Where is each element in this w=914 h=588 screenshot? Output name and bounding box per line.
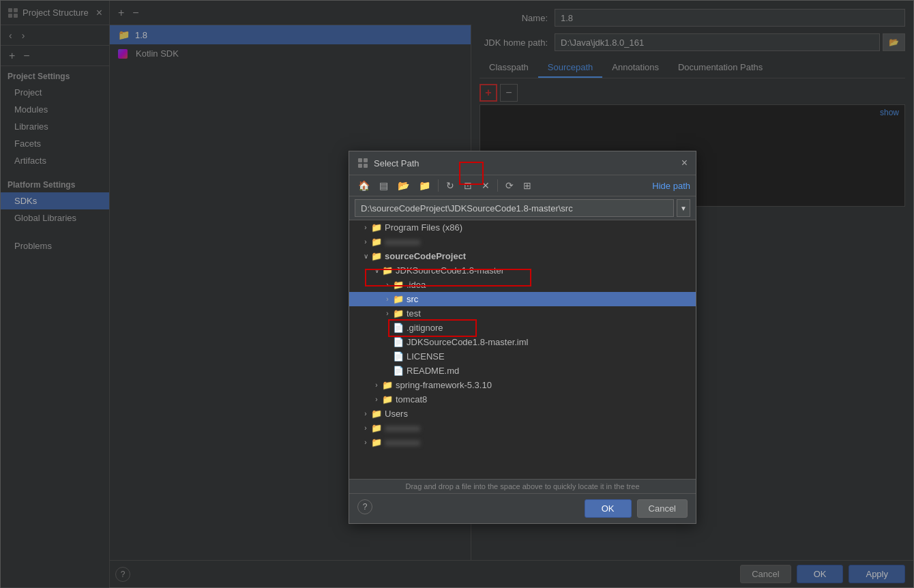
list-view-button[interactable]: ▤	[376, 178, 392, 193]
tree-item-7[interactable]: 📄.gitignore	[349, 321, 696, 335]
dialog-icon	[357, 158, 368, 168]
svg-rect-6	[358, 164, 362, 168]
tree-toggle-12[interactable]: ›	[371, 396, 382, 403]
main-window: Project Structure × ‹ › + − Project Sett…	[0, 0, 914, 588]
dialog-cancel-button[interactable]: Cancel	[637, 499, 688, 518]
tree-icon-13: 📁	[371, 409, 382, 419]
tree-item-0[interactable]: ›📁Program Files (x86)	[349, 220, 696, 235]
tree-item-3[interactable]: ∨📁JDKSourceCode1.8-master	[349, 263, 696, 278]
refresh-button[interactable]: ↻	[443, 178, 458, 193]
svg-rect-4	[358, 158, 362, 162]
dialog-close-button[interactable]: ×	[681, 157, 688, 169]
delete-button[interactable]: 📁	[415, 178, 434, 193]
tree-item-11[interactable]: ›📁spring-framework-5.3.10	[349, 378, 696, 392]
tree-item-2[interactable]: ∨📁sourceCodeProject	[349, 249, 696, 263]
tree-toggle-0[interactable]: ›	[360, 224, 371, 231]
file-tree[interactable]: ›📁Program Files (x86)›📁xxxxxxxx∨📁sourceC…	[349, 220, 696, 480]
path-dropdown-button[interactable]: ▼	[677, 199, 690, 217]
tree-toggle-4[interactable]: ›	[382, 281, 393, 289]
tree-toggle-13[interactable]: ›	[360, 410, 371, 417]
tree-item-15[interactable]: ›📁xxxxxxxx	[349, 435, 696, 450]
tree-toggle-14[interactable]: ›	[360, 424, 371, 432]
tree-item-1[interactable]: ›📁xxxxxxxx	[349, 235, 696, 249]
tree-label-5: src	[407, 294, 418, 304]
tree-icon-5: 📁	[393, 294, 404, 304]
tree-icon-0: 📁	[371, 222, 382, 233]
path-input[interactable]	[355, 199, 674, 217]
tree-icon-6: 📁	[393, 308, 404, 319]
tree-item-6[interactable]: ›📁test	[349, 306, 696, 321]
copy-button[interactable]: ⊡	[460, 178, 475, 193]
dialog-title-text: Select Path	[374, 158, 419, 168]
svg-rect-7	[364, 164, 368, 168]
dialog-buttons: ? OK Cancel	[349, 494, 696, 523]
dialog-hint: Drag and drop a file into the space abov…	[349, 480, 696, 494]
dialog-help-button[interactable]: ?	[357, 499, 372, 514]
tree-label-14: xxxxxxxx	[385, 423, 420, 433]
tree-label-4: .idea	[407, 280, 426, 290]
tree-icon-8: 📄	[393, 337, 404, 347]
svg-rect-5	[364, 158, 368, 162]
tree-label-13: Users	[385, 409, 408, 419]
tree-item-13[interactable]: ›📁Users	[349, 407, 696, 421]
tree-toggle-3[interactable]: ∨	[371, 267, 382, 274]
tree-label-11: spring-framework-5.3.10	[396, 380, 492, 390]
tree-item-14[interactable]: ›📁xxxxxxxx	[349, 421, 696, 435]
toolbar-separator-2	[497, 179, 498, 192]
tree-item-9[interactable]: 📄LICENSE	[349, 349, 696, 364]
tree-label-15: xxxxxxxx	[385, 437, 420, 447]
collapse-button[interactable]: ⟳	[502, 178, 517, 193]
tree-label-8: JDKSourceCode1.8-master.iml	[407, 337, 528, 347]
tree-icon-1: 📁	[371, 237, 382, 247]
tree-item-5[interactable]: ›📁src	[349, 292, 696, 306]
tree-icon-12: 📁	[382, 394, 393, 405]
tree-icon-15: 📁	[371, 437, 382, 447]
tree-label-6: test	[407, 308, 421, 319]
path-input-bar: ▼	[349, 196, 696, 220]
tree-label-10: README.md	[407, 366, 459, 376]
expand-button[interactable]: ⊞	[520, 178, 535, 193]
select-path-dialog: Select Path × 🏠 ▤ 📂 📁 ↻ ⊡ ✕ ⟳ ⊞ Hide pat…	[349, 151, 696, 524]
tree-label-3: JDKSourceCode1.8-master	[396, 265, 504, 276]
tree-label-12: tomcat8	[396, 394, 427, 405]
tree-icon-2: 📁	[371, 251, 382, 261]
tree-toggle-5[interactable]: ›	[382, 295, 393, 303]
tree-icon-11: 📁	[382, 380, 393, 390]
tree-item-8[interactable]: 📄JDKSourceCode1.8-master.iml	[349, 335, 696, 349]
tree-label-2: sourceCodeProject	[385, 251, 466, 261]
dialog-ok-button[interactable]: OK	[585, 499, 632, 518]
tree-toggle-11[interactable]: ›	[371, 381, 382, 389]
tree-icon-4: 📁	[393, 280, 404, 290]
hide-path-button[interactable]: Hide path	[652, 181, 690, 191]
tree-toggle-15[interactable]: ›	[360, 439, 371, 446]
tree-item-4[interactable]: ›📁.idea	[349, 278, 696, 292]
tree-label-9: LICENSE	[407, 351, 445, 362]
toolbar-separator-1	[438, 179, 439, 192]
tree-item-10[interactable]: 📄README.md	[349, 364, 696, 378]
tree-icon-9: 📄	[393, 351, 404, 362]
tree-toggle-1[interactable]: ›	[360, 238, 371, 246]
dialog-toolbar: 🏠 ▤ 📂 📁 ↻ ⊡ ✕ ⟳ ⊞ Hide path	[349, 175, 696, 196]
tree-item-12[interactable]: ›📁tomcat8	[349, 392, 696, 407]
tree-icon-14: 📁	[371, 423, 382, 433]
tree-toggle-6[interactable]: ›	[382, 310, 393, 317]
tree-label-0: Program Files (x86)	[385, 222, 462, 233]
tree-label-7: .gitignore	[407, 323, 443, 333]
tree-icon-3: 📁	[382, 265, 393, 276]
tree-icon-10: 📄	[393, 366, 404, 376]
new-folder-button[interactable]: 📂	[394, 178, 413, 193]
dialog-title-left: Select Path	[357, 158, 419, 168]
tree-icon-7: 📄	[393, 323, 404, 333]
cancel-button[interactable]: ✕	[478, 178, 493, 193]
dialog-title-bar: Select Path ×	[349, 151, 696, 175]
tree-toggle-2[interactable]: ∨	[360, 252, 371, 260]
tree-label-1: xxxxxxxx	[385, 237, 420, 247]
home-button[interactable]: 🏠	[355, 178, 373, 193]
